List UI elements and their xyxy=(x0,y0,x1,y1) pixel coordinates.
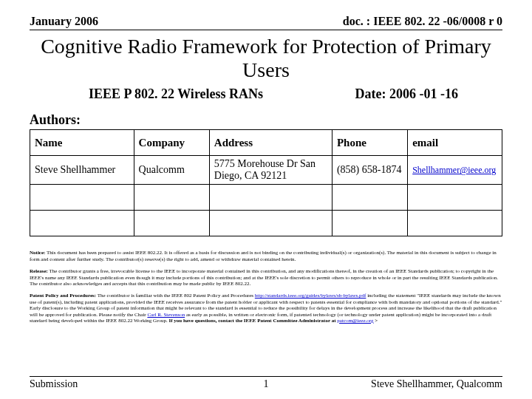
footer-row: Submission 1 Steve Shellhammer, Qualcomm xyxy=(30,376,502,390)
authors-label: Authors: xyxy=(30,112,502,128)
col-email: email xyxy=(408,130,502,156)
release-text: The contributor grants a free, irrevocab… xyxy=(30,268,498,287)
fineprint: Notice: This document has been prepared … xyxy=(30,250,502,324)
subhead-row: IEEE P 802. 22 Wireless RANs Date: 2006 … xyxy=(30,86,502,102)
patent-lead: Patent Policy and Procedures: xyxy=(30,293,96,299)
table-row: Steve Shellhammer Qualcomm 5775 Morehous… xyxy=(30,156,502,185)
notice-lead: Notice: xyxy=(30,250,45,256)
table-row xyxy=(30,211,502,236)
col-address: Address xyxy=(209,130,332,156)
email-link[interactable]: Shellhammer@ieee.org xyxy=(412,165,496,175)
table-row xyxy=(30,185,502,211)
patent-bold2: If you have questions, contact the IEEE … xyxy=(168,318,337,324)
cell-company: Qualcomm xyxy=(134,156,209,185)
col-name: Name xyxy=(30,130,134,156)
cell-phone: (858) 658-1874 xyxy=(332,156,407,185)
patent-bylaws-link[interactable]: http://standards.ieee.org/guides/bylaws/… xyxy=(255,293,366,299)
authors-table: Name Company Address Phone email Steve S… xyxy=(30,129,502,236)
release-paragraph: Release: The contributor grants a free, … xyxy=(30,268,502,287)
working-group: IEEE P 802. 22 Wireless RANs xyxy=(89,86,263,102)
cell-name: Steve Shellhammer xyxy=(30,156,134,185)
footer-left: Submission xyxy=(30,378,78,390)
doc-date: Date: 2006 -01 -16 xyxy=(355,86,458,102)
table-header-row: Name Company Address Phone email xyxy=(30,130,502,156)
footer-right: Steve Shellhammer, Qualcomm xyxy=(371,378,502,390)
patent-paragraph: Patent Policy and Procedures: The contri… xyxy=(30,293,502,324)
header-row: January 2006 doc. : IEEE 802. 22 -06/000… xyxy=(30,15,502,30)
footer-page-number: 1 xyxy=(264,378,269,390)
col-phone: Phone xyxy=(332,130,407,156)
col-company: Company xyxy=(134,130,209,156)
patcom-link[interactable]: patcom@ieee.org xyxy=(337,318,373,324)
cell-email: Shellhammer@ieee.org xyxy=(408,156,502,185)
cell-address: 5775 Morehouse Dr San Diego, CA 92121 xyxy=(209,156,332,185)
notice-text: This document has been prepared to assis… xyxy=(30,250,497,262)
patent-pre: The contributor is familiar with the IEE… xyxy=(96,293,255,299)
chair-link[interactable]: Carl R. Stevenson xyxy=(147,312,185,318)
release-lead: Release: xyxy=(30,268,48,274)
notice-paragraph: Notice: This document has been prepared … xyxy=(30,250,502,262)
patent-tail: > xyxy=(374,318,378,324)
header-doc: doc. : IEEE 802. 22 -06/0008 r 0 xyxy=(343,15,502,28)
header-date: January 2006 xyxy=(30,15,98,28)
page-title: Cognitive Radio Framework for Protection… xyxy=(30,35,502,82)
